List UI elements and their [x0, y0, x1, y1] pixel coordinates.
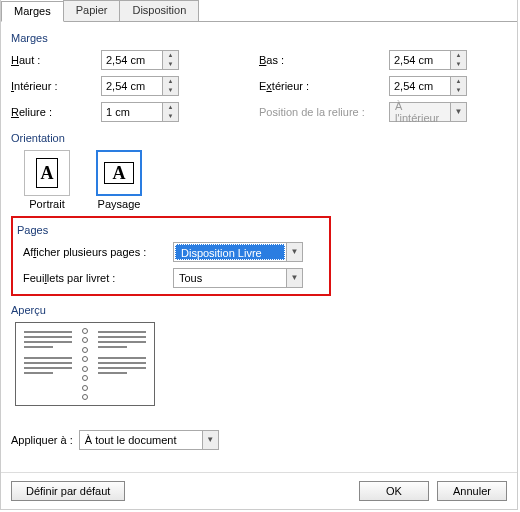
- select-multi-pages[interactable]: Disposition Livre ▼: [173, 242, 303, 262]
- label-gutter-pos: Position de la reliure :: [259, 106, 389, 118]
- input-interior[interactable]: [102, 77, 162, 95]
- orientation-portrait[interactable]: A Portrait: [17, 150, 77, 210]
- spinner-bottom[interactable]: ▲▼: [389, 50, 467, 70]
- label-gutter: Reliure :: [11, 106, 101, 118]
- label-interior: Intérieur :: [11, 80, 101, 92]
- preview-binding-icon: [80, 323, 90, 405]
- group-pages-label: Pages: [17, 224, 323, 236]
- spinner-arrows[interactable]: ▲▼: [450, 77, 466, 95]
- select-sheets-value: Tous: [174, 272, 286, 284]
- page-setup-dialog: Marges Papier Disposition Marges Haut : …: [0, 0, 518, 510]
- label-apply-to: Appliquer à :: [11, 434, 73, 446]
- orientation-paysage-label: Paysage: [98, 198, 141, 210]
- preview-page-right: [90, 323, 154, 405]
- select-gutter-pos-value: À l'intérieur: [390, 100, 450, 124]
- input-top[interactable]: [102, 51, 162, 69]
- input-bottom[interactable]: [390, 51, 450, 69]
- spinner-top[interactable]: ▲▼: [101, 50, 179, 70]
- group-orientation-label: Orientation: [11, 132, 507, 144]
- label-exterior: Extérieur :: [259, 80, 389, 92]
- label-bottom: Bas :: [259, 54, 389, 66]
- label-multi-pages: Afficher plusieurs pages :: [23, 246, 173, 258]
- preview-booklet: [15, 322, 155, 406]
- spinner-arrows[interactable]: ▲▼: [450, 51, 466, 69]
- spinner-arrows[interactable]: ▲▼: [162, 103, 178, 121]
- page-landscape-icon: A: [104, 162, 134, 184]
- tab-marges[interactable]: Marges: [1, 1, 64, 22]
- orientation-paysage[interactable]: A Paysage: [89, 150, 149, 210]
- spinner-gutter[interactable]: ▲▼: [101, 102, 179, 122]
- spinner-arrows[interactable]: ▲▼: [162, 51, 178, 69]
- input-gutter[interactable]: [102, 103, 162, 121]
- spinner-arrows[interactable]: ▲▼: [162, 77, 178, 95]
- dialog-button-bar: Définir par défaut OK Annuler: [1, 472, 517, 509]
- select-apply-to[interactable]: À tout le document ▼: [79, 430, 219, 450]
- highlighted-pages-section: Pages Afficher plusieurs pages : Disposi…: [11, 216, 331, 296]
- spinner-exterior[interactable]: ▲▼: [389, 76, 467, 96]
- preview-page-left: [16, 323, 80, 405]
- select-gutter-pos: À l'intérieur ▼: [389, 102, 467, 122]
- tab-papier[interactable]: Papier: [63, 0, 121, 21]
- label-sheets: Feuillets par livret :: [23, 272, 173, 284]
- select-sheets[interactable]: Tous ▼: [173, 268, 303, 288]
- chevron-down-icon: ▼: [450, 103, 466, 121]
- tab-strip: Marges Papier Disposition: [1, 0, 517, 22]
- input-exterior[interactable]: [390, 77, 450, 95]
- chevron-down-icon[interactable]: ▼: [286, 243, 302, 261]
- tab-disposition[interactable]: Disposition: [119, 0, 199, 21]
- page-portrait-icon: A: [36, 158, 58, 188]
- cancel-button[interactable]: Annuler: [437, 481, 507, 501]
- select-apply-to-value: À tout le document: [80, 434, 202, 446]
- spinner-interior[interactable]: ▲▼: [101, 76, 179, 96]
- label-top: Haut :: [11, 54, 101, 66]
- ok-button[interactable]: OK: [359, 481, 429, 501]
- select-multi-pages-value: Disposition Livre: [175, 244, 285, 260]
- chevron-down-icon[interactable]: ▼: [202, 431, 218, 449]
- group-apercu-label: Aperçu: [11, 304, 507, 316]
- group-marges-label: Marges: [11, 32, 507, 44]
- orientation-portrait-label: Portrait: [29, 198, 64, 210]
- chevron-down-icon[interactable]: ▼: [286, 269, 302, 287]
- set-default-button[interactable]: Définir par défaut: [11, 481, 125, 501]
